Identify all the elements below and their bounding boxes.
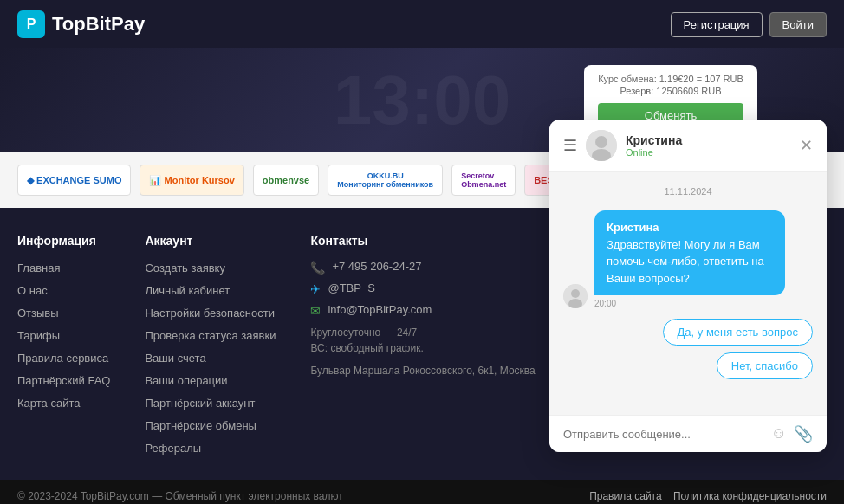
email-link[interactable]: info@TopBitPay.com	[328, 303, 432, 316]
link-check-status[interactable]: Проверка статуса заявки	[145, 329, 276, 342]
avatar-svg	[586, 130, 617, 161]
partner-secretov[interactable]: SecretovObmena.net	[451, 165, 516, 196]
link-security[interactable]: Настройки безопасности	[145, 307, 275, 320]
svg-point-4	[571, 289, 580, 298]
link-about[interactable]: О нас	[17, 284, 48, 297]
attachment-icon[interactable]: 📎	[794, 424, 813, 443]
list-item: О нас	[17, 282, 110, 298]
list-item: Партнёрский аккаунт	[145, 395, 276, 410]
header-buttons: Регистрация Войти	[671, 12, 827, 37]
link-accounts[interactable]: Ваши счета	[145, 352, 205, 365]
hours-text: Круглосуточно — 24/7ВС: свободный график…	[310, 325, 423, 356]
contact-hours: Круглосуточно — 24/7ВС: свободный график…	[310, 325, 535, 356]
footer-bottom: © 2023-2024 TopBitPay.com — Обменный пун…	[0, 480, 844, 504]
copyright-text: © 2023-2024 TopBitPay.com — Обменный пун…	[17, 490, 343, 502]
link-site-rules[interactable]: Правила сайта	[589, 490, 661, 502]
chat-agent-name: Кристина	[626, 133, 791, 147]
list-item: Карта сайта	[17, 395, 110, 410]
partner-monitor-kursov[interactable]: 📊 Monitor Kursov	[140, 165, 243, 196]
list-item: Проверка статуса заявки	[145, 327, 276, 343]
link-privacy[interactable]: Политика конфиденциальности	[673, 490, 827, 502]
chat-body: 11.11.2024 Кристина Здравствуйте! Могу л…	[549, 172, 827, 415]
contact-phone: 📞 +7 495 206-24-27	[310, 260, 535, 275]
avatar	[586, 130, 617, 161]
chat-header: ☰ Кристина Online ✕	[549, 120, 827, 172]
link-partner-exchanges[interactable]: Партнёрские обмены	[145, 419, 256, 432]
chat-message-row: Кристина Здравствуйте! Могу ли я Вам пом…	[563, 210, 813, 308]
login-button[interactable]: Войти	[769, 12, 827, 37]
chat-agent-info: Кристина Online	[626, 133, 791, 158]
list-item: Настройки безопасности	[145, 305, 276, 320]
list-item: Личный кабинет	[145, 282, 276, 298]
link-rules[interactable]: Правила сервиса	[17, 352, 108, 365]
chat-bubble: Кристина Здравствуйте! Могу ли я Вам пом…	[594, 210, 785, 295]
telegram-link[interactable]: @TBP_S	[328, 281, 374, 294]
link-operations[interactable]: Ваши операции	[145, 374, 227, 387]
link-partner-faq[interactable]: Партнёрский FAQ	[17, 374, 110, 387]
footer-bottom-links: Правила сайта Политика конфиденциальност…	[581, 490, 827, 502]
phone-icon: 📞	[310, 261, 325, 275]
chat-avatar-small	[563, 284, 588, 308]
logo: P TopBitPay	[17, 10, 145, 38]
list-item: Партнёрский FAQ	[17, 372, 110, 388]
chat-date: 11.11.2024	[563, 186, 813, 197]
footer-info-title: Информация	[17, 234, 110, 248]
chat-menu-icon[interactable]: ☰	[563, 136, 577, 155]
svg-point-1	[595, 136, 607, 148]
list-item: Отзывы	[17, 305, 110, 320]
phone-link[interactable]: +7 495 206-24-27	[332, 260, 421, 273]
contact-address: Бульвар Маршала Рокоссовского, 6к1, Моск…	[310, 363, 535, 378]
chat-close-button[interactable]: ✕	[800, 138, 813, 153]
footer-contacts-col: Контакты 📞 +7 495 206-24-27 ✈ @TBP_S ✉ i…	[310, 234, 535, 462]
rate-label: Курс обмена:	[598, 74, 657, 84]
link-sitemap[interactable]: Карта сайта	[17, 397, 80, 410]
address-text: Бульвар Маршала Рокоссовского, 6к1, Моск…	[310, 363, 535, 378]
reserve-text: Резерв: 12506609 RUB	[598, 86, 743, 96]
header: P TopBitPay Регистрация Войти	[0, 0, 844, 48]
list-item: Ваши счета	[145, 350, 276, 365]
chat-actions: Да, у меня есть вопрос Нет, спасибо	[563, 319, 813, 379]
telegram-icon: ✈	[310, 282, 321, 296]
list-item: Правила сервиса	[17, 350, 110, 365]
register-button[interactable]: Регистрация	[671, 12, 763, 37]
reserve-label: Резерв:	[620, 86, 653, 96]
link-create-request[interactable]: Создать заявку	[145, 262, 225, 275]
chat-action-yes[interactable]: Да, у меня есть вопрос	[663, 319, 813, 346]
chat-message-time: 20:00	[594, 299, 785, 308]
contact-email: ✉ info@TopBitPay.com	[310, 303, 535, 318]
link-tariffs[interactable]: Тарифы	[17, 329, 60, 342]
email-icon: ✉	[310, 304, 321, 318]
link-partner-account[interactable]: Партнёрский аккаунт	[145, 397, 255, 410]
list-item: Рефералы	[145, 440, 276, 456]
chat-bubble-wrapper: Кристина Здравствуйте! Могу ли я Вам пом…	[594, 210, 785, 308]
link-reviews[interactable]: Отзывы	[17, 307, 59, 320]
list-item: Партнёрские обмены	[145, 417, 276, 433]
rate-value: 1.19€20 = 107 RUB	[659, 74, 743, 84]
reserve-value: 12506609 RUB	[656, 86, 721, 96]
chat-agent-status: Online	[626, 147, 791, 158]
partner-okku[interactable]: OKKU.BUМониторинг обменников	[328, 165, 443, 196]
chat-footer: ☺ 📎	[549, 415, 827, 452]
chat-action-no[interactable]: Нет, спасибо	[717, 352, 813, 379]
partner-exchange-sumo[interactable]: ◆ EXCHANGE SUMO	[17, 165, 131, 196]
footer-info-links: Главная О нас Отзывы Тарифы Правила серв…	[17, 260, 110, 410]
chat-sender-name: Кристина	[607, 221, 659, 234]
link-personal-cabinet[interactable]: Личный кабинет	[145, 284, 230, 297]
footer-account-title: Аккаунт	[145, 234, 276, 248]
footer-contacts-title: Контакты	[310, 234, 535, 248]
logo-text: TopBitPay	[52, 13, 145, 36]
list-item: Главная	[17, 260, 110, 275]
chat-input[interactable]	[563, 428, 763, 441]
list-item: Ваши операции	[145, 372, 276, 388]
chat-widget: ☰ Кристина Online ✕ 11.11.2024	[549, 120, 827, 452]
list-item: Создать заявку	[145, 260, 276, 275]
chat-message-text: Здравствуйте! Могу ли я Вам помочь чем-л…	[607, 238, 764, 285]
footer-info-col: Информация Главная О нас Отзывы Тарифы П…	[17, 234, 110, 462]
link-referrals[interactable]: Рефералы	[145, 442, 201, 455]
list-item: Тарифы	[17, 327, 110, 343]
contact-telegram: ✈ @TBP_S	[310, 281, 535, 296]
footer-account-links: Создать заявку Личный кабинет Настройки …	[145, 260, 276, 456]
link-home[interactable]: Главная	[17, 262, 60, 275]
emoji-icon[interactable]: ☺	[771, 424, 787, 443]
partner-obmenvse[interactable]: obmenvse	[253, 165, 319, 196]
